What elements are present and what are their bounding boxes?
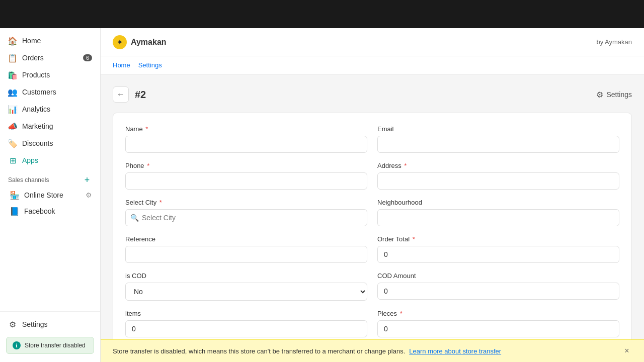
cod-amount-input[interactable] xyxy=(377,283,619,300)
items-label: items xyxy=(125,310,367,317)
back-button[interactable]: ← xyxy=(113,86,129,103)
sidebar: 🏠 Home 📋 Orders 6 🛍️ Products 👥 Customer… xyxy=(0,28,101,362)
order-total-input[interactable] xyxy=(377,246,619,263)
form-group-items: items xyxy=(125,310,367,337)
city-label: Select City * xyxy=(125,199,367,206)
order-total-label: Order Total * xyxy=(377,235,619,243)
online-store-settings-icon[interactable]: ⚙ xyxy=(86,191,92,199)
content-header: ✦ Aymakan by Aymakan xyxy=(101,28,644,56)
form-settings-label: Settings xyxy=(606,90,632,99)
products-icon: 🛍️ xyxy=(8,70,17,79)
sidebar-label-settings: Settings xyxy=(22,320,48,328)
city-input[interactable] xyxy=(125,209,367,226)
address-required: * xyxy=(403,162,407,169)
items-input[interactable] xyxy=(125,320,367,337)
order-total-required: * xyxy=(411,235,415,243)
sidebar-item-online-store[interactable]: 🏪 Online Store ⚙ xyxy=(0,187,100,203)
city-search-icon: 🔍 xyxy=(130,214,139,222)
pieces-input[interactable] xyxy=(377,320,619,337)
orders-icon: 📋 xyxy=(8,53,17,62)
sidebar-item-settings[interactable]: ⚙ Settings xyxy=(0,316,100,333)
pieces-required: * xyxy=(398,310,403,317)
form-group-neighbourhood: Neighbourhood xyxy=(377,199,619,226)
sidebar-item-facebook[interactable]: 📘 Facebook xyxy=(0,203,100,219)
form-group-email: Email xyxy=(377,125,619,153)
is-cod-select[interactable]: No Yes xyxy=(125,283,367,301)
sidebar-item-products[interactable]: 🛍️ Products xyxy=(0,66,100,83)
facebook-icon: 📘 xyxy=(10,207,19,216)
form-group-name: Name * xyxy=(125,125,367,153)
form-group-address: Address * xyxy=(377,162,619,190)
pieces-label: Pieces * xyxy=(377,310,619,317)
form-settings-button[interactable]: ⚙ Settings xyxy=(596,90,632,100)
sidebar-bottom: ⚙ Settings ℹ Store transfer disabled xyxy=(0,311,100,362)
form-group-phone: Phone * xyxy=(125,162,367,190)
form-row-items-pieces: items Pieces * xyxy=(125,310,619,337)
sidebar-label-analytics: Analytics xyxy=(22,105,50,113)
sidebar-label-home: Home xyxy=(22,37,41,45)
form-header: ← #2 ⚙ Settings xyxy=(113,86,632,103)
sidebar-item-home[interactable]: 🏠 Home xyxy=(0,32,100,49)
name-input[interactable] xyxy=(125,136,367,153)
store-name: Aymakan xyxy=(131,38,167,47)
notification-bar: Store transfer is disabled, which means … xyxy=(101,339,644,362)
top-bar xyxy=(0,0,644,28)
notification-link[interactable]: Learn more about store transfer xyxy=(409,347,501,355)
sidebar-label-apps: Apps xyxy=(22,156,38,164)
name-label: Name * xyxy=(125,125,367,133)
header-by-label: by Aymakan xyxy=(596,38,632,46)
sidebar-item-customers[interactable]: 👥 Customers xyxy=(0,83,100,101)
form-row-phone-address: Phone * Address * xyxy=(125,162,619,190)
sidebar-label-discounts: Discounts xyxy=(22,139,53,147)
phone-input[interactable] xyxy=(125,172,367,190)
logo-icon: ✦ xyxy=(113,35,127,49)
settings-icon: ⚙ xyxy=(8,320,17,329)
form-row-reference-ordertotal: Reference Order Total * xyxy=(125,235,619,263)
online-store-icon: 🏪 xyxy=(10,191,19,200)
cod-amount-label: COD Amount xyxy=(377,272,619,280)
breadcrumb-home[interactable]: Home xyxy=(113,61,130,69)
apps-icon: ⊞ xyxy=(8,156,17,165)
store-transfer-label: Store transfer disabled xyxy=(25,342,86,349)
gear-icon: ⚙ xyxy=(596,90,603,100)
content-area: ✦ Aymakan by Aymakan Home Settings ← #2 … xyxy=(101,28,644,362)
add-sales-channel-button[interactable]: + xyxy=(82,175,92,185)
city-required: * xyxy=(157,199,162,206)
store-transfer-icon: ℹ xyxy=(13,341,21,349)
form-group-pieces: Pieces * xyxy=(377,310,619,337)
form-row-cod: is COD No Yes COD Amount xyxy=(125,272,619,301)
form-group-cod-amount: COD Amount xyxy=(377,272,619,301)
notification-text: Store transfer is disabled, which means … xyxy=(113,347,405,355)
form-group-reference: Reference xyxy=(125,235,367,263)
email-input[interactable] xyxy=(377,136,619,153)
sidebar-item-discounts[interactable]: 🏷️ Discounts xyxy=(0,135,100,152)
sales-channels-section: Sales channels + xyxy=(0,169,100,187)
marketing-icon: 📣 xyxy=(8,122,17,131)
notification-close-button[interactable]: × xyxy=(622,346,632,356)
sidebar-item-analytics[interactable]: 📊 Analytics xyxy=(0,101,100,118)
sidebar-label-products: Products xyxy=(22,71,50,79)
header-logo: ✦ Aymakan xyxy=(113,35,596,49)
form-group-city: Select City * 🔍 xyxy=(125,199,367,226)
select-city-wrapper: 🔍 xyxy=(125,209,367,226)
main-area: 🏠 Home 📋 Orders 6 🛍️ Products 👥 Customer… xyxy=(0,28,644,362)
reference-label: Reference xyxy=(125,235,367,243)
store-transfer-button[interactable]: ℹ Store transfer disabled xyxy=(6,337,94,354)
online-store-label: Online Store xyxy=(24,191,63,199)
app-wrapper: 🏠 Home 📋 Orders 6 🛍️ Products 👥 Customer… xyxy=(0,0,644,362)
name-required: * xyxy=(144,125,148,133)
sidebar-item-apps[interactable]: ⊞ Apps xyxy=(0,152,100,169)
breadcrumb-settings[interactable]: Settings xyxy=(138,61,162,69)
neighbourhood-input[interactable] xyxy=(377,209,619,226)
page-title: #2 xyxy=(135,89,590,101)
sidebar-item-marketing[interactable]: 📣 Marketing xyxy=(0,118,100,135)
address-input[interactable] xyxy=(377,172,619,190)
breadcrumb-bar: Home Settings xyxy=(101,56,644,74)
form-row-city-neighbourhood: Select City * 🔍 Neighbourhood xyxy=(125,199,619,226)
email-label: Email xyxy=(377,125,619,133)
sales-channels-label: Sales channels xyxy=(8,176,49,184)
sidebar-label-customers: Customers xyxy=(22,88,56,96)
sidebar-label-marketing: Marketing xyxy=(22,122,53,130)
sidebar-item-orders[interactable]: 📋 Orders 6 xyxy=(0,49,100,66)
reference-input[interactable] xyxy=(125,246,367,263)
